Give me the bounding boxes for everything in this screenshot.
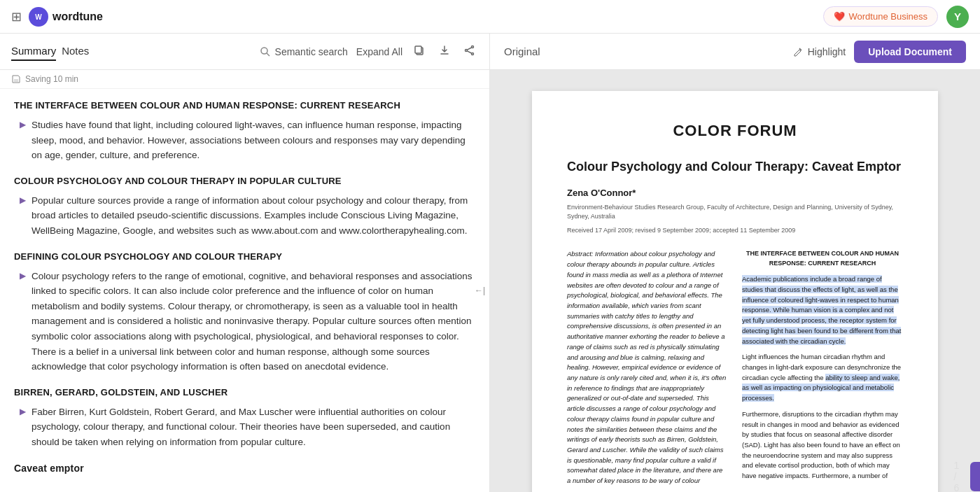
svg-rect-11 <box>14 79 18 82</box>
section-heading-3: DEFINING COLOUR PSYCHOLOGY AND COLOUR TH… <box>14 251 475 262</box>
tab-summary[interactable]: Summary <box>11 42 56 61</box>
tab-notes[interactable]: Notes <box>62 42 89 61</box>
doc-abstract: Abstract: Information about colour psych… <box>567 249 728 486</box>
share-icon[interactable] <box>461 43 478 60</box>
right-toolbar: Original Highlight Upload Document <box>490 34 980 70</box>
logo-icon: W <box>29 7 48 27</box>
svg-line-3 <box>267 53 270 56</box>
doc-right-col-p3: Furthermore, disruptions to the circadia… <box>742 409 903 482</box>
bullet-text: Popular culture sources provide a range … <box>31 193 475 239</box>
expand-all-button[interactable]: Expand All <box>356 46 402 57</box>
bullet-arrow-icon: ▶ <box>20 120 26 129</box>
highlight-blue-text-1: Academic publications include a broad ra… <box>742 275 901 344</box>
navbar-left: ⊞ W wordtune <box>11 7 103 27</box>
semantic-search-icon <box>260 46 271 57</box>
doc-viewer: COLOR FORUM Colour Psychology and Colour… <box>490 70 980 492</box>
navbar-right: ❤️ Wordtune Business Y <box>823 6 969 28</box>
left-panel: Summary Notes Semantic search Expand All <box>0 34 490 492</box>
doc-right-col-title: THE INTERFACE BETWEEN COLOUR AND HUMAN R… <box>742 249 903 269</box>
left-toolbar: Summary Notes Semantic search Expand All <box>0 34 489 70</box>
wordtune-business-button[interactable]: ❤️ Wordtune Business <box>823 6 939 27</box>
list-item: ▶ Colour psychology refers to the range … <box>14 269 475 374</box>
svg-point-8 <box>472 52 474 55</box>
semantic-search-button[interactable]: Semantic search <box>260 46 348 57</box>
list-item: ▶ Popular culture sources provide a rang… <box>14 193 475 239</box>
list-item: ▶ Faber Birren, Kurt Goldstein, Robert G… <box>14 405 475 450</box>
svg-rect-5 <box>415 46 421 53</box>
bullet-arrow-icon: ▶ <box>20 407 26 416</box>
svg-point-2 <box>261 48 267 54</box>
doc-right-col-p1: Academic publications include a broad ra… <box>742 274 903 346</box>
section-heading-5: Caveat emptor <box>14 463 475 474</box>
svg-point-7 <box>465 49 468 51</box>
svg-line-9 <box>467 48 471 50</box>
left-content: THE INTERFACE BETWEEN COLOUR AND HUMAN R… <box>0 89 489 492</box>
doc-author: Zena O'Connor* <box>567 186 903 200</box>
document-page: COLOR FORUM Colour Psychology and Colour… <box>532 91 938 492</box>
section-heading-2: COLOUR PSYCHOLOGY AND COLOUR THERAPY IN … <box>14 176 475 186</box>
left-toolbar-right: Semantic search Expand All <box>260 43 478 60</box>
section-heading-4: BIRREN, GERARD, GOLDSTEIN, AND LUSCHER <box>14 387 475 398</box>
list-item: ▶ Studies have found that light, includi… <box>14 118 475 163</box>
logo-text: wordtune <box>52 10 103 23</box>
grid-icon[interactable]: ⊞ <box>11 9 22 24</box>
right-panel: Original Highlight Upload Document COLOR… <box>490 34 980 492</box>
doc-two-col: Abstract: Information about colour psych… <box>567 249 903 492</box>
wordtune-logo: W wordtune <box>29 7 103 27</box>
doc-received: Received 17 April 2009; revised 9 Septem… <box>567 226 903 236</box>
bullet-text: Studies have found that light, including… <box>31 118 475 163</box>
left-content-wrapper: THE INTERFACE BETWEEN COLOUR AND HUMAN R… <box>0 89 489 492</box>
page-indicator: 1 / 6 <box>953 460 959 492</box>
original-label: Original <box>504 45 540 57</box>
right-toolbar-actions: Highlight Upload Document <box>792 41 966 63</box>
heart-icon: ❤️ <box>834 11 845 22</box>
user-avatar[interactable]: Y <box>946 6 969 28</box>
saving-bar: Saving 10 min <box>0 70 489 89</box>
download-icon[interactable] <box>436 43 453 60</box>
highlight-button[interactable]: Highlight <box>792 46 846 57</box>
bullet-arrow-icon: ▶ <box>20 195 26 205</box>
save-icon <box>11 74 21 84</box>
upload-document-button[interactable]: Upload Document <box>854 41 966 63</box>
doc-affiliation: Environment-Behaviour Studies Research G… <box>567 203 903 222</box>
collapse-handle[interactable]: ←| <box>470 283 489 298</box>
doc-right-col: THE INTERFACE BETWEEN COLOUR AND HUMAN R… <box>742 249 903 492</box>
highlight-blue-text-2: ability to sleep and wake, as well as im… <box>742 374 899 402</box>
copy-icon[interactable] <box>411 43 428 60</box>
navbar: ⊞ W wordtune ❤️ Wordtune Business Y <box>0 0 980 34</box>
svg-point-6 <box>472 45 474 48</box>
svg-text:W: W <box>35 13 42 21</box>
highlight-icon <box>792 46 804 57</box>
doc-title: Colour Psychology and Colour Therapy: Ca… <box>567 159 903 175</box>
bullet-arrow-icon: ▶ <box>20 271 26 281</box>
bullet-text: Faber Birren, Kurt Goldstein, Robert Ger… <box>31 405 475 450</box>
doc-right-col-p2: Light influences the human circadian rhy… <box>742 352 903 404</box>
doc-forum-title: COLOR FORUM <box>567 119 903 142</box>
bullet-text: Colour psychology refers to the range of… <box>31 269 475 374</box>
section-heading-1: THE INTERFACE BETWEEN COLOUR AND HUMAN R… <box>14 100 475 111</box>
svg-line-10 <box>467 50 471 52</box>
saving-text: Saving 10 min <box>25 74 78 84</box>
doc-left-col: Abstract: Information about colour psych… <box>567 249 728 492</box>
sync-summary-button[interactable]: Sync Summary <box>970 462 980 491</box>
main-container: Summary Notes Semantic search Expand All <box>0 34 980 492</box>
